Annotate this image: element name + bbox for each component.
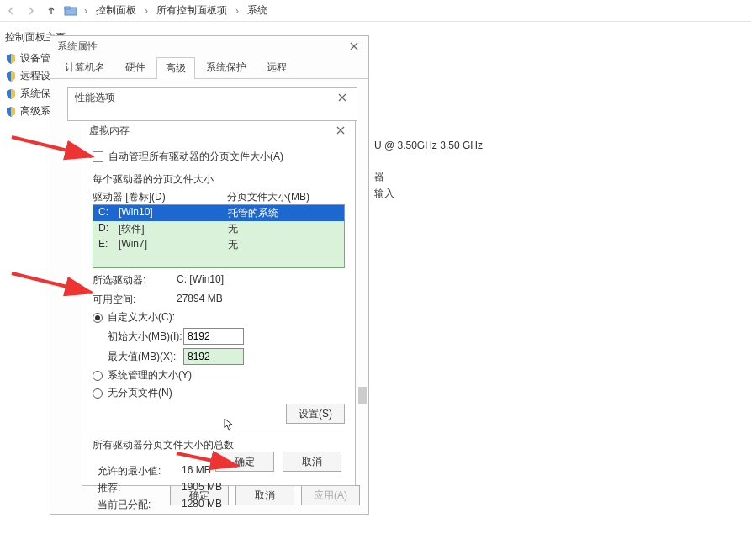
current-allocated-value: 1280 MB (182, 498, 222, 512)
per-drive-group-label: 每个驱动器的分页文件大小 (93, 172, 345, 187)
breadcrumb-item[interactable]: 所有控制面板项 (155, 3, 229, 18)
up-button[interactable] (44, 3, 59, 18)
drive-letter: C: (98, 206, 119, 220)
tab-bar: 计算机名 硬件 高级 系统保护 远程 (50, 56, 368, 79)
annotation-arrow (12, 269, 104, 305)
no-paging-label: 无分页文件(N) (108, 386, 172, 400)
close-button[interactable] (346, 39, 362, 54)
cursor-icon (224, 418, 234, 434)
tab-hardware[interactable]: 硬件 (116, 56, 155, 78)
drive-row[interactable]: E: [Win7] 无 (93, 237, 344, 253)
close-button[interactable] (333, 123, 348, 138)
drive-letter: E: (98, 238, 119, 252)
recommended-key: 推荐: (98, 481, 182, 495)
current-allocated-key: 当前已分配: (98, 498, 182, 512)
breadcrumb-sep: › (82, 5, 89, 17)
drive-size: 无 (228, 238, 339, 252)
close-button[interactable] (335, 90, 350, 105)
dialog-title: 性能选项 (75, 91, 115, 105)
system-managed-label: 系统管理的大小(Y) (108, 368, 192, 383)
col-drive-label: 驱动器 [卷标](D) (93, 190, 227, 204)
drive-list[interactable]: C: [Win10] 托管的系统 D: [软件] 无 E: [Win7] 无 (93, 204, 345, 268)
breadcrumb-sep: › (143, 5, 150, 17)
performance-options-dialog: 性能选项 (67, 87, 357, 121)
svg-rect-1 (65, 7, 70, 9)
shield-icon (5, 106, 17, 118)
breadcrumb-item[interactable]: 系统 (246, 3, 269, 18)
drive-size: 无 (228, 222, 339, 236)
shield-icon (5, 88, 17, 100)
breadcrumb: › 控制面板 › 所有控制面板项 › 系统 (0, 0, 751, 22)
drive-row[interactable]: C: [Win10] 托管的系统 (93, 205, 344, 221)
cancel-button[interactable]: 取消 (283, 452, 341, 472)
selected-drive-key: 所选驱动器: (93, 273, 177, 288)
auto-manage-label: 自动管理所有驱动器的分页文件大小(A) (108, 150, 283, 164)
shield-icon (5, 71, 17, 82)
bg-cpu-text: U @ 3.50GHz 3.50 GHz (374, 140, 483, 151)
tab-computer-name[interactable]: 计算机名 (56, 56, 114, 78)
drive-letter: D: (98, 222, 119, 236)
forward-button[interactable] (24, 3, 39, 18)
scrollbar-fragment (358, 387, 367, 404)
drive-label: [Win7] (119, 238, 228, 252)
virtual-memory-dialog: 虚拟内存 自动管理所有驱动器的分页文件大小(A) 每个驱动器的分页文件大小 驱动… (82, 120, 356, 486)
selected-drive-value: C: [Win10] (177, 273, 224, 288)
svg-line-4 (177, 453, 237, 466)
drive-row[interactable]: D: [软件] 无 (93, 221, 344, 237)
recommended-value: 1905 MB (182, 481, 222, 495)
dialog-title: 系统属性 (57, 40, 98, 54)
initial-size-input[interactable] (183, 328, 244, 345)
breadcrumb-sep: › (234, 5, 241, 17)
annotation-arrow (12, 133, 104, 169)
drive-size: 托管的系统 (228, 206, 339, 220)
system-managed-radio[interactable] (93, 371, 103, 381)
shield-icon (5, 53, 17, 65)
free-space-value: 27894 MB (177, 293, 223, 307)
svg-line-3 (12, 273, 92, 293)
back-button[interactable] (3, 3, 19, 18)
initial-size-label: 初始大小(MB)(I): (108, 330, 183, 344)
custom-size-label: 自定义大小(C): (108, 310, 175, 325)
tab-system-protection[interactable]: 系统保护 (197, 56, 256, 78)
max-size-input[interactable] (183, 348, 244, 365)
max-size-label: 最大值(MB)(X): (108, 350, 183, 364)
bg-text-2: 器 (374, 170, 384, 184)
breadcrumb-item[interactable]: 控制面板 (94, 3, 138, 18)
annotation-arrow (177, 449, 252, 477)
free-space-key: 可用空间: (93, 293, 177, 307)
min-allowed-key: 允许的最小值: (98, 464, 182, 478)
no-paging-radio[interactable] (93, 388, 103, 399)
tab-remote[interactable]: 远程 (257, 56, 296, 78)
tab-advanced[interactable]: 高级 (156, 57, 195, 79)
drive-label: [软件] (119, 222, 228, 236)
folder-icon (64, 4, 77, 18)
custom-size-radio[interactable] (93, 313, 103, 323)
col-size-label: 分页文件大小(MB) (227, 190, 309, 204)
set-button[interactable]: 设置(S) (286, 404, 345, 424)
bg-text-3: 输入 (374, 187, 394, 201)
drive-label: [Win10] (119, 206, 228, 220)
svg-line-2 (12, 137, 92, 156)
